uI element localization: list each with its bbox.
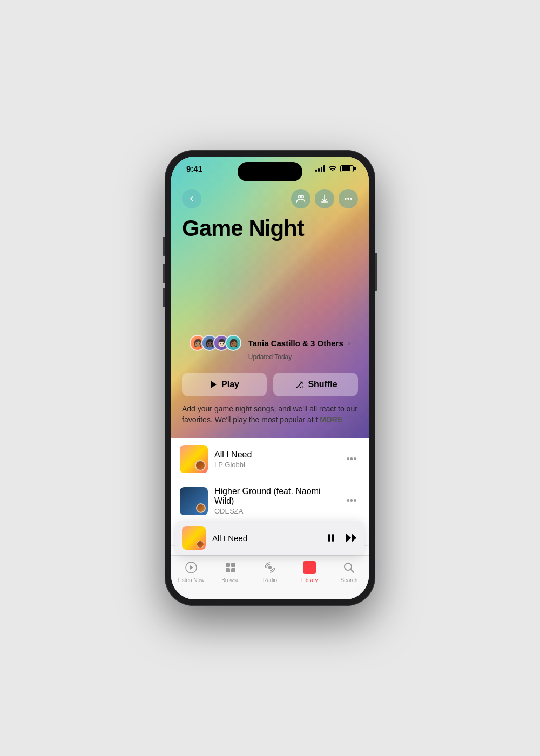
tab-listen-now[interactable]: Listen Now bbox=[171, 560, 211, 583]
svg-rect-8 bbox=[328, 534, 330, 541]
svg-marker-5 bbox=[211, 381, 217, 388]
radio-icon bbox=[262, 560, 278, 575]
wifi-icon bbox=[328, 164, 337, 173]
avatar-4: 👩🏾 bbox=[225, 335, 241, 351]
song-info-2: Higher Ground (feat. Naomi Wild) ODESZA bbox=[214, 487, 336, 515]
svg-point-18 bbox=[268, 566, 272, 569]
song-item-2[interactable]: Higher Ground (feat. Naomi Wild) ODESZA … bbox=[171, 480, 369, 522]
svg-rect-21 bbox=[304, 569, 315, 571]
tab-radio[interactable]: Radio bbox=[250, 560, 289, 583]
tab-listen-now-label: Listen Now bbox=[178, 577, 204, 583]
navigation-bar bbox=[171, 185, 369, 213]
svg-rect-16 bbox=[226, 568, 230, 572]
battery-fill bbox=[342, 166, 350, 171]
download-button[interactable] bbox=[315, 189, 334, 208]
action-buttons: Play Shuffle bbox=[182, 373, 358, 396]
now-playing-title: All I Need bbox=[212, 534, 319, 543]
status-time: 9:41 bbox=[186, 164, 202, 173]
tab-library-label: Library bbox=[301, 577, 318, 583]
shuffle-button[interactable]: Shuffle bbox=[273, 373, 358, 396]
tab-library[interactable]: Library bbox=[290, 560, 329, 583]
svg-marker-13 bbox=[190, 565, 193, 570]
search-icon bbox=[341, 560, 356, 575]
updated-text: Updated Today bbox=[248, 353, 292, 361]
playlist-title-section: Game Night bbox=[182, 216, 358, 241]
now-playing-bar[interactable]: All I Need bbox=[176, 521, 364, 555]
svg-point-3 bbox=[348, 198, 349, 199]
phone-device: 9:41 bbox=[165, 150, 375, 606]
tab-browse-label: Browse bbox=[221, 577, 239, 583]
song-title-2: Higher Ground (feat. Naomi Wild) bbox=[214, 487, 336, 506]
playlist-title: Game Night bbox=[182, 216, 358, 241]
more-options-button[interactable] bbox=[339, 189, 358, 208]
library-icon bbox=[302, 560, 317, 575]
song-artist-2: ODESZA bbox=[214, 507, 336, 515]
chevron-right-icon: › bbox=[348, 339, 350, 347]
share-collab-button[interactable] bbox=[291, 189, 310, 208]
tab-radio-label: Radio bbox=[263, 577, 277, 583]
collaborators-section: 👩🏽 👩🏿 👨🏻 👩🏾 Tania Castillo & 3 Others › … bbox=[171, 335, 369, 361]
tab-search-label: Search bbox=[341, 577, 358, 583]
svg-point-0 bbox=[299, 195, 301, 198]
song-artwork-2 bbox=[180, 487, 208, 515]
svg-rect-9 bbox=[332, 534, 334, 541]
dynamic-island bbox=[238, 162, 302, 181]
song-more-button-2[interactable]: ••• bbox=[343, 492, 360, 510]
tab-browse[interactable]: Browse bbox=[211, 560, 250, 583]
song-title-1: All I Need bbox=[214, 450, 336, 460]
more-link[interactable]: MORE bbox=[320, 415, 342, 424]
phone-screen: 9:41 bbox=[171, 157, 369, 599]
tab-bar: Listen Now Browse bbox=[171, 555, 369, 599]
back-button[interactable] bbox=[182, 189, 201, 208]
song-artist-1: LP Giobbi bbox=[214, 461, 336, 469]
svg-line-24 bbox=[351, 570, 354, 573]
signal-bars-icon bbox=[315, 165, 325, 172]
tab-search[interactable]: Search bbox=[329, 560, 369, 583]
nav-right-buttons bbox=[291, 189, 358, 208]
song-artwork-1 bbox=[180, 445, 208, 473]
shuffle-label: Shuffle bbox=[308, 380, 337, 389]
forward-button[interactable] bbox=[345, 532, 358, 543]
now-playing-controls bbox=[326, 532, 358, 543]
svg-marker-11 bbox=[352, 534, 356, 543]
svg-marker-10 bbox=[346, 534, 351, 543]
collaborators-name: Tania Castillo & 3 Others bbox=[248, 339, 343, 348]
song-item-1[interactable]: All I Need LP Giobbi ••• bbox=[171, 438, 369, 480]
svg-rect-22 bbox=[304, 572, 315, 573]
play-label: Play bbox=[221, 380, 239, 389]
svg-line-6 bbox=[295, 382, 302, 389]
svg-rect-19 bbox=[304, 563, 315, 564]
collaborators-row[interactable]: 👩🏽 👩🏿 👨🏻 👩🏾 Tania Castillo & 3 Others › bbox=[190, 335, 350, 351]
song-info-1: All I Need LP Giobbi bbox=[214, 450, 336, 469]
listen-now-icon bbox=[184, 560, 199, 575]
battery-icon bbox=[340, 165, 354, 172]
svg-rect-15 bbox=[231, 563, 235, 567]
browse-icon bbox=[223, 560, 238, 575]
song-more-button-1[interactable]: ••• bbox=[343, 450, 360, 468]
svg-rect-17 bbox=[231, 568, 235, 572]
svg-point-1 bbox=[301, 195, 304, 198]
status-icons bbox=[315, 164, 354, 173]
play-button[interactable]: Play bbox=[182, 373, 267, 396]
svg-point-2 bbox=[345, 198, 346, 199]
svg-rect-20 bbox=[304, 566, 315, 568]
pause-button[interactable] bbox=[326, 532, 336, 543]
svg-rect-14 bbox=[226, 563, 230, 567]
playlist-description: Add your game night songs, and we'll all… bbox=[182, 404, 358, 425]
svg-point-4 bbox=[350, 198, 352, 199]
now-playing-artwork bbox=[182, 526, 206, 550]
avatar-stack: 👩🏽 👩🏿 👨🏻 👩🏾 bbox=[190, 335, 241, 351]
